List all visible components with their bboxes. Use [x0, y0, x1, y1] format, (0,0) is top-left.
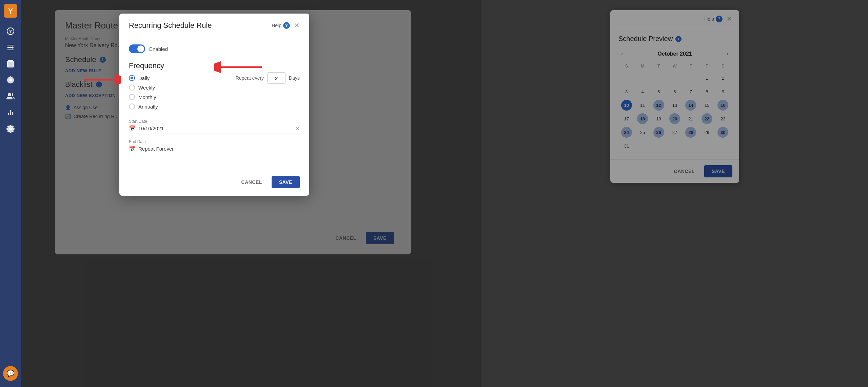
dialog-help-button[interactable]: Help ?: [272, 22, 290, 29]
svg-point-9: [8, 93, 11, 96]
main-area: Master Route Master Route Name New York …: [21, 0, 868, 387]
sidebar-item-cart[interactable]: [3, 56, 18, 71]
dialog-save-button[interactable]: SAVE: [272, 176, 300, 188]
dialog-cancel-button[interactable]: CANCEL: [236, 176, 268, 188]
radio-annually-input[interactable]: [129, 103, 135, 110]
sidebar-logo[interactable]: Y: [3, 3, 18, 18]
svg-text:?: ?: [9, 29, 12, 34]
radio-monthly-label: Monthly: [138, 94, 156, 100]
frequency-title: Frequency: [129, 61, 222, 70]
radio-monthly[interactable]: Monthly: [129, 94, 222, 100]
start-date-clear-button[interactable]: ✕: [296, 126, 300, 131]
repeat-every-label: Repeat every: [236, 75, 264, 81]
dialog-body: Enabled Frequency Daily Weekly: [119, 36, 309, 171]
enabled-toggle-row: Enabled: [129, 44, 300, 53]
dialog-footer: CANCEL SAVE: [119, 171, 309, 196]
help-circle-icon: ?: [283, 22, 290, 29]
svg-point-7: [7, 77, 14, 83]
repeat-arrow-indicator: [214, 60, 269, 75]
svg-point-4: [12, 46, 14, 49]
dialog-help-label: Help: [272, 23, 281, 28]
radio-annually[interactable]: Annually: [129, 103, 222, 110]
end-date-value: Repeat Forever: [138, 146, 300, 152]
sidebar-item-analytics[interactable]: [3, 105, 18, 120]
date-section: Start Date 📅 10/10/2021 ✕ End Date 📅 Rep…: [129, 119, 300, 154]
radio-daily[interactable]: Daily: [129, 75, 222, 81]
frequency-radio-group: Daily Weekly Monthly Annually: [129, 75, 222, 110]
end-date-field: End Date 📅 Repeat Forever: [129, 139, 300, 154]
sidebar-item-help[interactable]: ?: [3, 24, 18, 39]
end-date-input-row: 📅 Repeat Forever: [129, 146, 300, 154]
dialog-header: Recurring Schedule Rule Help ? ✕: [119, 14, 309, 36]
radio-monthly-input[interactable]: [129, 94, 135, 100]
sidebar-chat-button[interactable]: 💬: [3, 366, 18, 381]
radio-weekly[interactable]: Weekly: [129, 84, 222, 91]
end-date-calendar-icon: 📅: [129, 146, 136, 152]
start-date-value: 10/10/2021: [138, 125, 293, 131]
sidebar-item-settings[interactable]: [3, 121, 18, 136]
frequency-arrow-indicator: [81, 73, 121, 88]
dialog-header-right: Help ? ✕: [272, 22, 300, 29]
start-date-field: Start Date 📅 10/10/2021 ✕: [129, 119, 300, 134]
svg-text:Y: Y: [8, 7, 13, 15]
start-date-calendar-icon: 📅: [129, 125, 136, 132]
start-date-input-row: 📅 10/10/2021 ✕: [129, 125, 300, 134]
frequency-section: Frequency Daily Weekly Monthly: [129, 61, 222, 110]
start-date-label: Start Date: [129, 119, 300, 124]
radio-weekly-label: Weekly: [138, 85, 155, 91]
repeat-every-input[interactable]: [267, 72, 285, 84]
main-dialog: Recurring Schedule Rule Help ? ✕ Enabled…: [119, 14, 309, 196]
radio-daily-label: Daily: [138, 75, 150, 81]
dialog-close-button[interactable]: ✕: [294, 22, 300, 29]
enabled-toggle[interactable]: [129, 44, 145, 53]
dialog-title: Recurring Schedule Rule: [129, 21, 212, 30]
enabled-label: Enabled: [149, 46, 168, 52]
sidebar-item-people[interactable]: [3, 89, 18, 104]
radio-annually-label: Annually: [138, 104, 158, 110]
radio-daily-input[interactable]: [129, 75, 135, 81]
sidebar-item-dispatch[interactable]: [3, 73, 18, 88]
repeat-unit-label: Days: [289, 75, 300, 81]
radio-weekly-input[interactable]: [129, 84, 135, 91]
sidebar: Y ? 💬: [0, 0, 21, 387]
end-date-label: End Date: [129, 139, 300, 144]
sidebar-item-routes[interactable]: [3, 40, 18, 55]
